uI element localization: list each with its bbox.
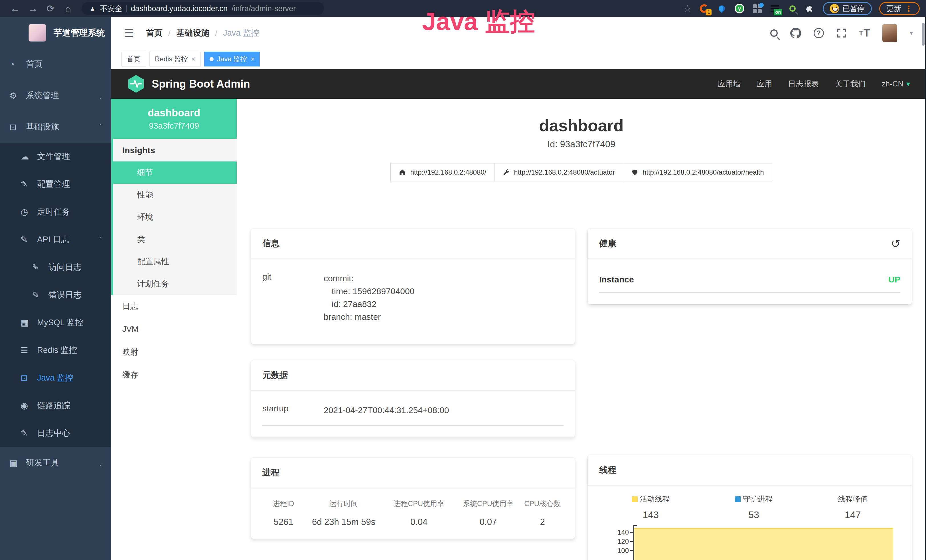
wrench-icon [502,169,510,176]
history-icon[interactable]: ↺ [891,238,900,249]
sba-item-mappings[interactable]: 映射 [111,341,237,363]
actuator-url-button[interactable]: http://192.168.0.2:48080/actuator [494,163,623,182]
threads-card: 线程 活动线程 143 守护进程 53 [588,455,912,560]
extension-magnifier-icon[interactable] [787,3,798,14]
sba-item-caches[interactable]: 缓存 [111,363,237,386]
close-icon[interactable]: × [250,55,254,63]
sidebar-item-redis[interactable]: ☰ Redis 监控 [0,336,111,364]
url-path[interactable]: /infra/admin-server [232,4,296,13]
extension-count-badge: 1 [706,9,711,15]
sidebar-item-java-monitor[interactable]: ⊡ Java 监控 [0,364,111,392]
cloud-icon: ☁ [21,151,34,162]
monitor-icon: ⊡ [9,122,23,132]
back-icon[interactable]: ← [6,3,24,14]
sba-item-details[interactable]: 细节 [113,162,237,184]
paused-extension-pill[interactable]: 已暂停 [823,2,872,15]
instance-header[interactable]: dashboard 93a3fc7f7409 [111,99,237,139]
tab-java-monitor[interactable]: Java 监控 × [204,51,260,67]
sidebar-item-error-log[interactable]: ✎ 错误日志 [0,281,111,309]
sba-nav-applications[interactable]: 应用 [757,79,772,89]
breadcrumb-infra[interactable]: 基础设施 [176,27,209,39]
sidebar-item-jobs[interactable]: ◷ 定时任务 [0,198,111,226]
cards-grid: 信息 git commit: time: 1596289704000 id: 2… [251,229,912,560]
font-size-icon[interactable]: TT [859,27,870,39]
yellow-legend-swatch [632,496,638,502]
extension-grid-icon[interactable] [752,3,762,14]
sba-language-select[interactable]: zh-CN ▾ [882,80,910,88]
not-secure-label[interactable]: 不安全 [100,4,123,14]
home-icon[interactable]: ⌂ [59,3,77,14]
sidebar-item-system[interactable]: ⚙ 系统管理 ˎ [0,80,111,111]
sba-nav-wallboard[interactable]: 应用墙 [717,79,741,89]
sba-item-metrics[interactable]: 性能 [113,184,237,206]
reload-icon[interactable]: ⟳ [42,3,59,14]
instance-url-group: http://192.168.0.2:48080/ http://192.168… [251,163,912,182]
user-avatar[interactable] [882,24,897,42]
sba-logo-icon [127,74,145,93]
sba-item-logs[interactable]: 日志 [111,295,237,318]
sidebar-item-dev-tools[interactable]: ▣ 研发工具 ˎ [0,447,111,478]
sidebar-item-infra[interactable]: ⊡ 基础设施 ˆ [0,111,111,143]
extension-pin-icon[interactable] [717,3,727,14]
daemon-threads-value: 53 [735,509,773,520]
timer-icon: ◷ [21,207,34,217]
sidebar-item-api-log[interactable]: ✎ API 日志 ˆ [0,226,111,253]
sidebar-item-home[interactable]: ◔ 首页 [0,48,111,80]
metadata-card: 元数据 startup 2021-04-27T00:44:31.254+08:0… [251,360,575,437]
search-icon[interactable] [770,29,778,37]
avatar-chevron-down-icon[interactable]: ▾ [910,29,913,37]
sba-item-environment[interactable]: 环境 [113,206,237,228]
cards-right-column: 健康 ↺ Instance UP 线程 [588,229,912,560]
sba-nav-about[interactable]: 关于我们 [835,79,865,89]
sidebar-item-access-log[interactable]: ✎ 访问日志 [0,253,111,281]
sidebar-item-files[interactable]: ☁ 文件管理 [0,143,111,170]
fullscreen-icon[interactable] [837,28,847,38]
app-logo-row[interactable]: 芋道管理系统 [0,17,111,48]
bookmark-star-icon[interactable]: ☆ [683,3,691,14]
url-domain[interactable]: dashboard.yudao.iocoder.cn [131,4,228,13]
tab-redis-monitor[interactable]: Redis 监控 × [150,51,201,67]
sidebar-item-config[interactable]: ✎ 配置管理 [0,170,111,198]
close-icon[interactable]: × [191,55,195,63]
chevron-up-icon: ˆ [100,123,101,131]
threads-card-title: 线程 [599,464,616,476]
sidebar-item-log-center[interactable]: ✎ 日志中心 [0,419,111,447]
system-cpu: 0.07 [455,517,521,527]
legend-live-threads: 活动线程 143 [632,494,670,520]
tab-home[interactable]: 首页 [121,51,146,67]
health-url-button[interactable]: http://192.168.0.2:48080/actuator/health [623,163,772,182]
sba-content: dashboard Id: 93a3fc7f7409 http://192.16… [237,99,926,560]
sba-item-config-props[interactable]: 配置属性 [113,250,237,273]
sidebar-item-mysql[interactable]: ▦ MySQL 监控 [0,309,111,336]
browser-menu-icon[interactable]: ⋮ [905,4,912,14]
breadcrumb-home[interactable]: 首页 [146,27,163,39]
extension-y-icon[interactable]: y [734,3,744,14]
collapse-menu-icon[interactable]: ☰ [124,27,134,39]
forward-icon[interactable]: → [24,3,42,14]
sidebar-item-trace[interactable]: ◉ 链路追踪 [0,392,111,419]
chevron-down-icon: ˎ [100,92,101,99]
process-card: 进程 进程ID 运行时间 进程CPU使用率 系统CPU使用率 CPU核心数 52… [251,458,575,539]
help-icon[interactable]: ? [814,28,824,38]
access-log-icon: ✎ [32,262,45,272]
window-edge [925,17,926,560]
extensions-puzzle-icon[interactable] [805,3,816,14]
sba-item-jvm[interactable]: JVM [111,318,237,341]
sba-brand[interactable]: Spring Boot Admin [127,74,250,93]
health-instance-row[interactable]: Instance UP [599,275,900,293]
sba-nav: 应用墙 应用 日志报表 关于我们 zh-CN ▾ [717,79,910,89]
extension-list-icon[interactable]: on [770,3,780,14]
extension-orange-icon[interactable]: 1 [699,3,709,14]
sba-item-classes[interactable]: 类 [113,228,237,250]
address-bar[interactable]: ▲ 不安全 dashboard.yudao.iocoder.cn/infra/a… [82,2,324,15]
breadcrumb: 首页 / 基础设施 / Java 监控 [146,27,259,39]
sba-item-scheduled-tasks[interactable]: 计划任务 [113,273,237,295]
chrome-update-button[interactable]: 更新 ⋮ [879,2,920,15]
scrollbar-thumb[interactable] [922,23,924,45]
sba-nav-journal[interactable]: 日志报表 [788,79,819,89]
github-icon[interactable] [790,28,801,38]
service-url-button[interactable]: http://192.168.0.2:48080/ [390,163,495,182]
update-label: 更新 [887,4,901,14]
live-threads-value: 143 [632,509,670,520]
briefcase-icon: ▣ [9,458,23,468]
